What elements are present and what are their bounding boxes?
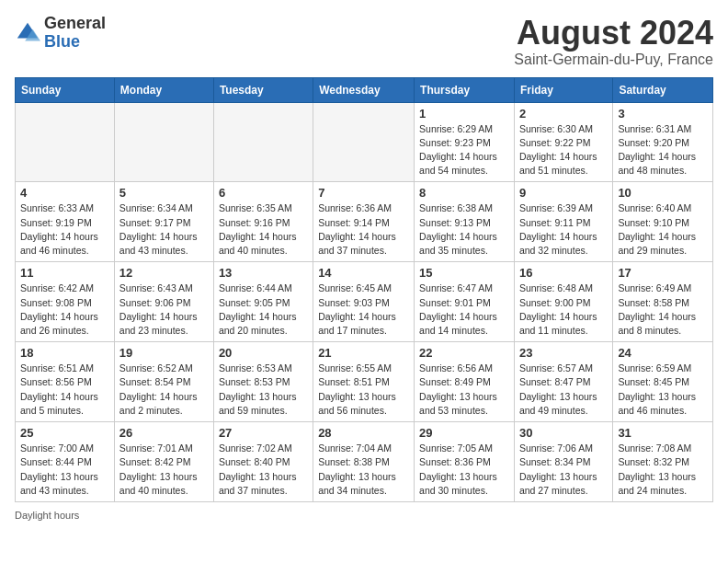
day-number: 19 [119,346,209,360]
day-number: 6 [219,186,308,200]
day-number: 26 [119,426,209,440]
day-info: Sunrise: 6:52 AM Sunset: 8:54 PM Dayligh… [119,362,209,418]
day-info: Sunrise: 6:57 AM Sunset: 8:47 PM Dayligh… [519,362,608,418]
calendar-cell: 25Sunrise: 7:00 AM Sunset: 8:44 PM Dayli… [16,422,115,502]
calendar-cell: 4Sunrise: 6:33 AM Sunset: 9:19 PM Daylig… [16,182,115,262]
day-info: Sunrise: 6:45 AM Sunset: 9:03 PM Dayligh… [318,282,409,338]
day-info: Sunrise: 6:36 AM Sunset: 9:14 PM Dayligh… [318,201,409,258]
calendar-cell: 3Sunrise: 6:31 AM Sunset: 9:20 PM Daylig… [613,102,713,182]
day-number: 30 [519,426,608,440]
calendar-cell: 13Sunrise: 6:44 AM Sunset: 9:05 PM Dayli… [213,262,313,342]
day-header-tuesday: Tuesday [213,77,313,102]
day-info: Sunrise: 6:29 AM Sunset: 9:23 PM Dayligh… [419,122,509,178]
day-info: Sunrise: 6:35 AM Sunset: 9:16 PM Dayligh… [219,201,308,258]
calendar-cell: 26Sunrise: 7:01 AM Sunset: 8:42 PM Dayli… [114,422,213,502]
day-number: 16 [519,266,608,280]
calendar-cell: 2Sunrise: 6:30 AM Sunset: 9:22 PM Daylig… [514,102,612,182]
calendar-cell: 23Sunrise: 6:57 AM Sunset: 8:47 PM Dayli… [514,342,612,422]
day-header-saturday: Saturday [613,77,713,102]
day-number: 22 [419,346,509,360]
day-info: Sunrise: 6:53 AM Sunset: 8:53 PM Dayligh… [219,362,308,418]
logo-icon [15,20,40,46]
day-number: 25 [20,426,109,440]
day-info: Sunrise: 6:40 AM Sunset: 9:10 PM Dayligh… [618,201,708,258]
calendar-cell: 20Sunrise: 6:53 AM Sunset: 8:53 PM Dayli… [213,342,313,422]
logo-blue: Blue [44,32,80,51]
day-number: 20 [219,346,308,360]
day-info: Sunrise: 7:04 AM Sunset: 8:38 PM Dayligh… [318,442,409,498]
day-info: Sunrise: 6:44 AM Sunset: 9:05 PM Dayligh… [219,282,308,338]
calendar-cell: 31Sunrise: 7:08 AM Sunset: 8:32 PM Dayli… [613,422,713,502]
day-number: 12 [119,266,209,280]
calendar-cell: 21Sunrise: 6:55 AM Sunset: 8:51 PM Dayli… [313,342,415,422]
day-info: Sunrise: 7:05 AM Sunset: 8:36 PM Dayligh… [419,442,509,498]
calendar-cell: 10Sunrise: 6:40 AM Sunset: 9:10 PM Dayli… [613,182,713,262]
day-number: 24 [618,346,708,360]
day-number: 29 [419,426,509,440]
calendar-cell: 28Sunrise: 7:04 AM Sunset: 8:38 PM Dayli… [313,422,415,502]
calendar-cell: 7Sunrise: 6:36 AM Sunset: 9:14 PM Daylig… [313,182,415,262]
month-title: August 2024 [514,15,713,52]
day-header-monday: Monday [114,77,213,102]
calendar-cell [16,102,115,182]
location-title: Saint-Germain-du-Puy, France [514,52,713,68]
calendar-cell: 18Sunrise: 6:51 AM Sunset: 8:56 PM Dayli… [16,342,115,422]
day-info: Sunrise: 6:56 AM Sunset: 8:49 PM Dayligh… [419,362,509,418]
day-number: 8 [419,186,509,200]
day-info: Sunrise: 7:08 AM Sunset: 8:32 PM Dayligh… [618,442,708,498]
day-number: 3 [618,107,708,121]
footer-note: Daylight hours [15,510,713,521]
day-info: Sunrise: 6:59 AM Sunset: 8:45 PM Dayligh… [618,362,708,418]
day-info: Sunrise: 6:42 AM Sunset: 9:08 PM Dayligh… [20,282,109,338]
day-header-thursday: Thursday [415,77,515,102]
day-number: 10 [618,186,708,200]
calendar-cell: 1Sunrise: 6:29 AM Sunset: 9:23 PM Daylig… [415,102,515,182]
daylight-note: Daylight hours [15,510,79,521]
day-header-sunday: Sunday [16,77,115,102]
day-info: Sunrise: 6:48 AM Sunset: 9:00 PM Dayligh… [519,282,608,338]
calendar-cell: 16Sunrise: 6:48 AM Sunset: 9:00 PM Dayli… [514,262,612,342]
calendar-cell: 30Sunrise: 7:06 AM Sunset: 8:34 PM Dayli… [514,422,612,502]
day-info: Sunrise: 6:33 AM Sunset: 9:19 PM Dayligh… [20,201,109,258]
calendar-cell: 19Sunrise: 6:52 AM Sunset: 8:54 PM Dayli… [114,342,213,422]
day-number: 17 [618,266,708,280]
day-number: 7 [318,186,409,200]
day-info: Sunrise: 6:34 AM Sunset: 9:17 PM Dayligh… [119,201,209,258]
calendar-cell: 29Sunrise: 7:05 AM Sunset: 8:36 PM Dayli… [415,422,515,502]
day-number: 27 [219,426,308,440]
day-info: Sunrise: 7:01 AM Sunset: 8:42 PM Dayligh… [119,442,209,498]
day-number: 21 [318,346,409,360]
logo-text: General Blue [44,15,106,52]
calendar-cell: 15Sunrise: 6:47 AM Sunset: 9:01 PM Dayli… [415,262,515,342]
day-number: 13 [219,266,308,280]
calendar-cell: 24Sunrise: 6:59 AM Sunset: 8:45 PM Dayli… [613,342,713,422]
day-number: 28 [318,426,409,440]
day-info: Sunrise: 6:31 AM Sunset: 9:20 PM Dayligh… [618,122,708,178]
header: General Blue August 2024 Saint-Germain-d… [15,15,713,68]
day-info: Sunrise: 6:30 AM Sunset: 9:22 PM Dayligh… [519,122,608,178]
logo-general: General [44,14,106,32]
calendar-cell: 8Sunrise: 6:38 AM Sunset: 9:13 PM Daylig… [415,182,515,262]
calendar-table: SundayMondayTuesdayWednesdayThursdayFrid… [15,77,713,502]
day-info: Sunrise: 6:39 AM Sunset: 9:11 PM Dayligh… [519,201,608,258]
day-info: Sunrise: 6:51 AM Sunset: 8:56 PM Dayligh… [20,362,109,418]
logo: General Blue [15,15,106,52]
day-number: 1 [419,107,509,121]
calendar-cell [114,102,213,182]
title-area: August 2024 Saint-Germain-du-Puy, France [514,15,713,68]
day-info: Sunrise: 6:43 AM Sunset: 9:06 PM Dayligh… [119,282,209,338]
day-number: 9 [519,186,608,200]
calendar-cell: 12Sunrise: 6:43 AM Sunset: 9:06 PM Dayli… [114,262,213,342]
day-info: Sunrise: 7:02 AM Sunset: 8:40 PM Dayligh… [219,442,308,498]
calendar-cell: 27Sunrise: 7:02 AM Sunset: 8:40 PM Dayli… [213,422,313,502]
day-info: Sunrise: 6:47 AM Sunset: 9:01 PM Dayligh… [419,282,509,338]
calendar-cell: 5Sunrise: 6:34 AM Sunset: 9:17 PM Daylig… [114,182,213,262]
day-header-wednesday: Wednesday [313,77,415,102]
calendar-cell: 14Sunrise: 6:45 AM Sunset: 9:03 PM Dayli… [313,262,415,342]
day-number: 23 [519,346,608,360]
day-number: 4 [20,186,109,200]
day-number: 5 [119,186,209,200]
calendar-cell [213,102,313,182]
calendar-cell [313,102,415,182]
calendar-cell: 9Sunrise: 6:39 AM Sunset: 9:11 PM Daylig… [514,182,612,262]
